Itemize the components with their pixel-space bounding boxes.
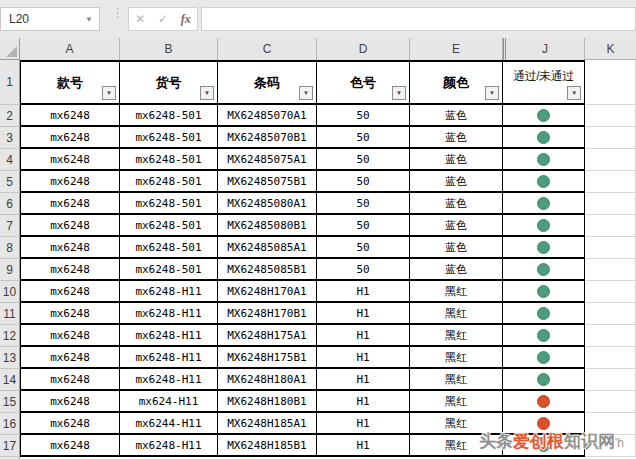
- row-number[interactable]: 16: [0, 413, 20, 435]
- select-all-corner[interactable]: [0, 38, 20, 60]
- cell-barcode[interactable]: MX6248H170A1: [218, 281, 317, 303]
- header-cell-item-no[interactable]: 货号 ▼: [120, 60, 218, 105]
- cell-barcode[interactable]: MX62485080A1: [218, 193, 317, 215]
- cell-color-no[interactable]: H1: [317, 281, 410, 303]
- cell-pass-status[interactable]: [503, 413, 585, 435]
- cell-empty[interactable]: [585, 237, 636, 259]
- cell-color-no[interactable]: 50: [317, 171, 410, 193]
- cell-barcode[interactable]: MX62485070A1: [218, 105, 317, 127]
- cell-pass-status[interactable]: [503, 347, 585, 369]
- cell-color-no[interactable]: H1: [317, 347, 410, 369]
- row-number[interactable]: 12: [0, 325, 20, 347]
- filter-dropdown-icon[interactable]: ▼: [485, 86, 499, 100]
- cell-empty[interactable]: [585, 215, 636, 237]
- cell-item-no[interactable]: mx6244-H11: [120, 413, 218, 435]
- row-number[interactable]: 3: [0, 127, 20, 149]
- cell-empty[interactable]: [585, 325, 636, 347]
- cell-pass-status[interactable]: [503, 127, 585, 149]
- cell-color-no[interactable]: H1: [317, 435, 410, 457]
- cell-color[interactable]: 黑红: [410, 281, 503, 303]
- cell-color[interactable]: 蓝色: [410, 215, 503, 237]
- filter-dropdown-icon[interactable]: ▼: [200, 86, 214, 100]
- cell-empty[interactable]: [585, 127, 636, 149]
- row-number[interactable]: 4: [0, 149, 20, 171]
- column-header-c[interactable]: C: [218, 38, 317, 60]
- cell-empty[interactable]: [585, 171, 636, 193]
- cell-color[interactable]: 黑红: [410, 303, 503, 325]
- cell-color[interactable]: 蓝色: [410, 259, 503, 281]
- cell-item-no[interactable]: mx6248-501: [120, 127, 218, 149]
- row-number[interactable]: 2: [0, 105, 20, 127]
- header-cell-barcode[interactable]: 条码 ▼: [218, 60, 317, 105]
- cell-style-no[interactable]: mx6248: [20, 413, 120, 435]
- cell-empty[interactable]: [585, 413, 636, 435]
- cell-pass-status[interactable]: [503, 193, 585, 215]
- cell-color-no[interactable]: H1: [317, 369, 410, 391]
- row-number[interactable]: 9: [0, 259, 20, 281]
- cell-barcode[interactable]: MX6248H175B1: [218, 347, 317, 369]
- name-box-dropdown-icon[interactable]: ▼: [79, 15, 99, 24]
- insert-function-fx-icon[interactable]: fx: [181, 12, 191, 27]
- cell-color[interactable]: 黑红: [410, 391, 503, 413]
- cell-pass-status[interactable]: [503, 215, 585, 237]
- cell-barcode[interactable]: MX6248H185B1: [218, 435, 317, 457]
- cell-color[interactable]: 黑红: [410, 413, 503, 435]
- filter-dropdown-icon[interactable]: ▼: [299, 86, 313, 100]
- column-header-j[interactable]: J: [503, 38, 585, 60]
- cell-color-no[interactable]: H1: [317, 391, 410, 413]
- cell-item-no[interactable]: mx6248-501: [120, 105, 218, 127]
- row-number[interactable]: 15: [0, 391, 20, 413]
- filter-dropdown-icon[interactable]: ▼: [102, 86, 116, 100]
- cell-item-no[interactable]: mx6248-501: [120, 259, 218, 281]
- cell-style-no[interactable]: mx6248: [20, 369, 120, 391]
- cell-empty[interactable]: [585, 281, 636, 303]
- cell-pass-status[interactable]: [503, 325, 585, 347]
- cell-color[interactable]: 蓝色: [410, 171, 503, 193]
- cell-barcode[interactable]: MX62485085A1: [218, 237, 317, 259]
- cell-color[interactable]: 蓝色: [410, 127, 503, 149]
- cell-color[interactable]: 蓝色: [410, 237, 503, 259]
- cell-empty[interactable]: [585, 391, 636, 413]
- column-header-d[interactable]: D: [317, 38, 410, 60]
- cell-pass-status[interactable]: [503, 303, 585, 325]
- cell-color-no[interactable]: 50: [317, 259, 410, 281]
- cell-color-no[interactable]: 50: [317, 237, 410, 259]
- cell-pass-status[interactable]: [503, 237, 585, 259]
- cell-barcode[interactable]: MX62485080B1: [218, 215, 317, 237]
- cell-pass-status[interactable]: [503, 105, 585, 127]
- row-number[interactable]: 14: [0, 369, 20, 391]
- cell-color-no[interactable]: H1: [317, 325, 410, 347]
- row-number[interactable]: 17: [0, 435, 20, 457]
- cell-color-no[interactable]: 50: [317, 105, 410, 127]
- cell-style-no[interactable]: mx6248: [20, 347, 120, 369]
- row-number[interactable]: 13: [0, 347, 20, 369]
- cell-barcode[interactable]: MX6248H180B1: [218, 391, 317, 413]
- cell-item-no[interactable]: mx6248-H11: [120, 325, 218, 347]
- cell-empty[interactable]: [585, 105, 636, 127]
- cell-color-no[interactable]: 50: [317, 149, 410, 171]
- cell-pass-status[interactable]: [503, 149, 585, 171]
- cell-barcode[interactable]: MX62485070B1: [218, 127, 317, 149]
- header-cell-color-no[interactable]: 色号 ▼: [317, 60, 410, 105]
- cell-pass-status[interactable]: [503, 171, 585, 193]
- row-number[interactable]: 11: [0, 303, 20, 325]
- column-header-a[interactable]: A: [20, 38, 120, 60]
- cell-color[interactable]: 黑红: [410, 369, 503, 391]
- cell-style-no[interactable]: mx6248: [20, 325, 120, 347]
- cell-style-no[interactable]: mx6248: [20, 303, 120, 325]
- cell-item-no[interactable]: mx6248-501: [120, 171, 218, 193]
- row-number[interactable]: 10: [0, 281, 20, 303]
- cell-color[interactable]: 蓝色: [410, 105, 503, 127]
- filter-dropdown-icon[interactable]: ▼: [567, 86, 581, 100]
- cell-color[interactable]: 蓝色: [410, 193, 503, 215]
- cell-pass-status[interactable]: [503, 369, 585, 391]
- cell-style-no[interactable]: mx6248: [20, 435, 120, 457]
- cell-item-no[interactable]: mx6248-H11: [120, 369, 218, 391]
- cell-color[interactable]: 黑红: [410, 435, 503, 457]
- row-number[interactable]: 6: [0, 193, 20, 215]
- column-header-k[interactable]: K: [585, 38, 636, 60]
- cell-barcode[interactable]: MX6248H175A1: [218, 325, 317, 347]
- cell-color[interactable]: 蓝色: [410, 149, 503, 171]
- header-cell-style-no[interactable]: 款号 ▼: [20, 60, 120, 105]
- cell-style-no[interactable]: mx6248: [20, 391, 120, 413]
